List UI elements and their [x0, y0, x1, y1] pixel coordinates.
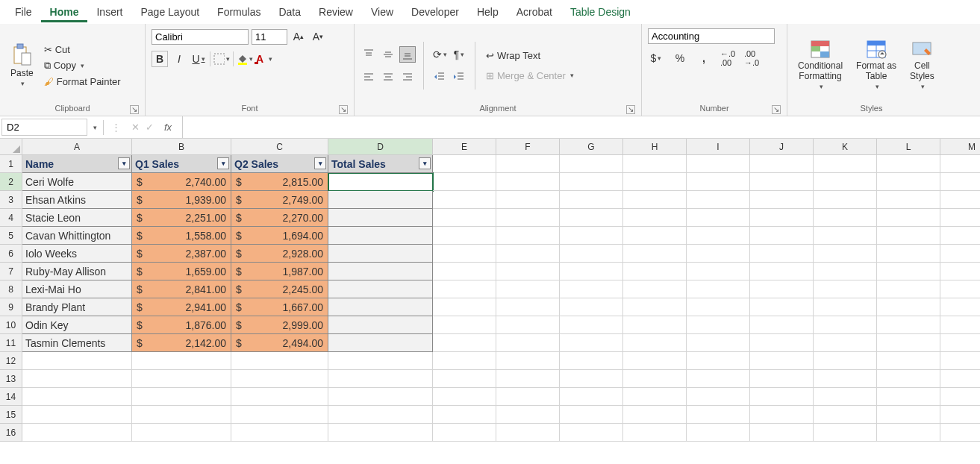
row-header-3[interactable]: 3	[0, 191, 22, 209]
cell[interactable]	[496, 298, 560, 316]
cell[interactable]	[328, 388, 433, 406]
cell[interactable]	[940, 280, 980, 298]
cell[interactable]	[814, 227, 877, 245]
cell[interactable]	[132, 370, 231, 388]
q2-cell[interactable]: $1,694.00	[231, 227, 328, 245]
cell[interactable]	[433, 245, 496, 263]
cell[interactable]	[687, 298, 750, 316]
q1-cell[interactable]: $1,558.00	[132, 227, 231, 245]
cell[interactable]	[750, 316, 814, 334]
decrease-indent-button[interactable]	[431, 69, 448, 85]
cell[interactable]	[560, 406, 623, 424]
font-size-combo[interactable]	[252, 29, 287, 45]
cell[interactable]	[940, 424, 980, 442]
tab-page-layout[interactable]: Page Layout	[131, 1, 208, 22]
cell[interactable]	[687, 388, 750, 406]
cell[interactable]	[328, 352, 433, 370]
cell[interactable]	[231, 424, 328, 442]
cell[interactable]	[877, 191, 940, 209]
cell[interactable]	[814, 173, 877, 191]
cell[interactable]	[623, 388, 687, 406]
cell[interactable]	[750, 334, 814, 352]
cell[interactable]	[877, 245, 940, 263]
cell[interactable]	[496, 280, 560, 298]
cell[interactable]	[328, 406, 433, 424]
cell[interactable]	[560, 388, 623, 406]
name-cell[interactable]: Ehsan Atkins	[22, 191, 132, 209]
name-cell[interactable]: Brandy Plant	[22, 298, 132, 316]
chevron-down-icon[interactable]: ▾	[90, 124, 100, 131]
cell[interactable]	[623, 424, 687, 442]
row-header-9[interactable]: 9	[0, 298, 22, 316]
table-header-q2[interactable]: Q2 Sales▾	[231, 155, 328, 173]
cell[interactable]	[940, 245, 980, 263]
align-bottom-button[interactable]	[399, 46, 416, 63]
cell[interactable]	[623, 263, 687, 280]
wrap-text-button[interactable]: ↩Wrap Text	[483, 48, 577, 63]
name-cell[interactable]: Odin Key	[22, 316, 132, 334]
cell[interactable]	[940, 370, 980, 388]
q2-cell[interactable]: $2,270.00	[231, 209, 328, 227]
cell[interactable]	[132, 388, 231, 406]
align-right-button[interactable]	[399, 69, 416, 85]
cell[interactable]	[750, 298, 814, 316]
cell[interactable]	[877, 352, 940, 370]
q1-cell[interactable]: $1,659.00	[132, 263, 231, 280]
cell[interactable]	[750, 155, 814, 173]
column-header-B[interactable]: B	[132, 139, 231, 155]
cell[interactable]	[560, 334, 623, 352]
cell[interactable]	[560, 370, 623, 388]
q1-cell[interactable]: $2,841.00	[132, 280, 231, 298]
filter-button[interactable]: ▾	[118, 157, 130, 169]
tab-view[interactable]: View	[362, 1, 402, 22]
cell[interactable]	[814, 388, 877, 406]
cell[interactable]	[560, 227, 623, 245]
tab-table-design[interactable]: Table Design	[561, 1, 640, 22]
total-cell[interactable]	[328, 191, 433, 209]
name-cell[interactable]: Ceri Wolfe	[22, 173, 132, 191]
cell[interactable]	[623, 155, 687, 173]
cell[interactable]	[560, 191, 623, 209]
column-header-D[interactable]: D	[328, 139, 433, 155]
cell[interactable]	[496, 370, 560, 388]
cell[interactable]	[433, 209, 496, 227]
cell[interactable]	[560, 155, 623, 173]
cell[interactable]	[750, 209, 814, 227]
cell[interactable]	[814, 298, 877, 316]
row-header-5[interactable]: 5	[0, 227, 22, 245]
cell[interactable]	[814, 191, 877, 209]
name-cell[interactable]: Iolo Weeks	[22, 245, 132, 263]
cell[interactable]	[940, 191, 980, 209]
cell[interactable]	[231, 406, 328, 424]
total-cell[interactable]	[328, 227, 433, 245]
cell[interactable]	[750, 280, 814, 298]
column-header-J[interactable]: J	[750, 139, 814, 155]
cell[interactable]	[496, 227, 560, 245]
q2-cell[interactable]: $2,999.00	[231, 316, 328, 334]
row-header-12[interactable]: 12	[0, 352, 22, 370]
row-header-8[interactable]: 8	[0, 280, 22, 298]
q1-cell[interactable]: $2,740.00	[132, 173, 231, 191]
tab-home[interactable]: Home	[41, 1, 88, 22]
cell[interactable]	[750, 191, 814, 209]
row-header-7[interactable]: 7	[0, 263, 22, 280]
cell[interactable]	[623, 209, 687, 227]
cell[interactable]	[877, 173, 940, 191]
cell[interactable]	[750, 388, 814, 406]
column-header-A[interactable]: A	[22, 139, 132, 155]
cell[interactable]	[687, 334, 750, 352]
cell[interactable]	[560, 245, 623, 263]
cell[interactable]	[560, 173, 623, 191]
cell[interactable]	[328, 370, 433, 388]
cell[interactable]	[940, 352, 980, 370]
cell[interactable]	[814, 370, 877, 388]
cell[interactable]	[22, 352, 132, 370]
row-header-11[interactable]: 11	[0, 334, 22, 352]
cell[interactable]	[231, 370, 328, 388]
cell[interactable]	[496, 352, 560, 370]
underline-button[interactable]: U▾	[190, 51, 207, 67]
column-header-H[interactable]: H	[623, 139, 687, 155]
cell[interactable]	[814, 209, 877, 227]
cell[interactable]	[877, 298, 940, 316]
cell[interactable]	[433, 155, 496, 173]
